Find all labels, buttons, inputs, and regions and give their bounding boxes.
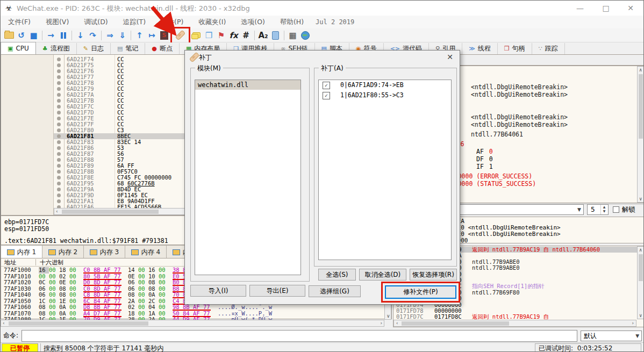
stop-icon[interactable]: ■ <box>27 30 40 41</box>
modules-list[interactable]: wechatwin.dll <box>195 80 301 275</box>
memory-byte[interactable]: 00 <box>159 304 169 311</box>
menu-item-文件[interactable]: 文件(F) <box>1 18 38 27</box>
memory-byte[interactable]: 06 <box>39 292 49 298</box>
breakpoint-dot-icon[interactable] <box>57 164 61 168</box>
breakpoint-dot-icon[interactable] <box>57 123 61 126</box>
stack-vscrollbar[interactable]: ∧∨ <box>637 246 644 319</box>
run-icon[interactable]: → <box>45 30 57 41</box>
dialog-close-button[interactable]: ✕ <box>441 51 459 63</box>
memory-byte[interactable]: 04 <box>148 304 159 311</box>
memory-byte[interactable]: 00 <box>49 279 59 286</box>
menu-item-选项[interactable]: 选项(O) <box>233 18 273 27</box>
flag-value[interactable]: 0 <box>484 148 493 155</box>
function-icon[interactable]: fx <box>227 30 240 41</box>
comment-icon[interactable] <box>190 30 203 41</box>
restore-selected-button[interactable]: 恢复选择项(R) <box>410 269 457 281</box>
stepper-arrows-icon[interactable]: ▲▼ <box>600 205 607 214</box>
deselect-all-button[interactable]: 取消全选(D) <box>359 269 406 281</box>
memory-byte[interactable]: 00 <box>159 292 169 298</box>
hash-icon[interactable]: # <box>240 30 252 41</box>
memory-byte[interactable]: 00 <box>49 304 59 311</box>
breakpoint-dot-icon[interactable] <box>57 117 61 120</box>
memory-byte[interactable]: 00 <box>159 267 169 274</box>
label-icon[interactable]: ❐ <box>203 30 215 41</box>
arg-count-stepper[interactable]: 5 ▲▼ <box>587 204 609 215</box>
memory-row[interactable]: 77AF106008000A00D88BAF7702000400988BAF77… <box>1 304 392 311</box>
memory-byte[interactable]: 00 <box>138 267 148 274</box>
memory-byte[interactable]: 00 <box>69 304 80 311</box>
breakpoint-dot-icon[interactable] <box>57 158 61 162</box>
patch-file-button[interactable]: 修补文件(P) <box>385 285 456 299</box>
breakpoint-dot-icon[interactable] <box>57 63 61 67</box>
memory-byte[interactable]: 14 <box>128 267 138 274</box>
command-input[interactable] <box>22 330 577 342</box>
tab-线程[interactable]: ≫线程 <box>462 43 498 54</box>
patch-list-item[interactable]: ✓0|6A7F1AD9:74->EB <box>319 80 451 90</box>
select-group-button[interactable]: 选择组(G) <box>309 285 361 297</box>
memory-byte[interactable]: 00 <box>138 292 148 298</box>
memory-byte[interactable]: 16 <box>39 267 49 274</box>
registers-vscrollbar[interactable]: ∧∨ <box>637 66 644 203</box>
menu-item-插件[interactable]: 插件(P) <box>153 18 191 27</box>
menu-item-追踪[interactable]: 追踪(T) <box>116 18 153 27</box>
breakpoint-dot-icon[interactable] <box>57 81 61 85</box>
memory-byte[interactable]: 08 <box>39 304 49 311</box>
breakpoint-dot-icon[interactable] <box>57 105 61 109</box>
stack-hscrollbar[interactable]: ‹› <box>393 320 636 327</box>
patch-list-item[interactable]: ✓1|6AD21F80:55->C3 <box>319 90 451 100</box>
bookmark-icon[interactable]: ⚑ <box>215 30 227 41</box>
source-s-badge-icon[interactable]: S <box>158 30 170 41</box>
export-button[interactable]: 导出(E) <box>249 285 305 297</box>
restart-icon[interactable]: ↺ <box>15 30 27 41</box>
memory-byte[interactable]: 08 <box>59 292 69 298</box>
step-out-icon[interactable]: ⇓ <box>116 30 128 41</box>
breakpoint-dot-icon[interactable] <box>57 111 61 114</box>
breakpoint-dot-icon[interactable] <box>57 193 61 197</box>
memory-tab-3[interactable]: 内存 3 <box>84 245 125 259</box>
module-list-item[interactable]: wechatwin.dll <box>195 80 300 90</box>
tab-CPU[interactable]: ▣CPU <box>1 42 36 54</box>
memory-byte[interactable]: 0E <box>59 279 69 286</box>
breakpoint-dot-icon[interactable] <box>57 75 61 79</box>
breakpoint-dot-icon[interactable] <box>57 170 61 174</box>
step-into-icon[interactable]: ↓ <box>74 30 87 41</box>
patch-checkbox[interactable]: ✓ <box>323 82 330 89</box>
memory-tab-2[interactable]: 内存 2 <box>42 245 84 259</box>
breakpoint-dot-icon[interactable] <box>57 128 61 132</box>
open-file-icon[interactable] <box>3 30 15 41</box>
memory-hscrollbar[interactable]: ‹› <box>1 320 384 327</box>
minimize-button[interactable]: — <box>568 1 592 16</box>
memory-byte[interactable]: 08 <box>148 279 159 286</box>
menu-item-视图[interactable]: 视图(V) <box>38 18 76 27</box>
memory-byte[interactable]: 02 <box>128 304 138 311</box>
pause-icon[interactable] <box>57 30 69 41</box>
device-icon[interactable] <box>269 30 282 41</box>
memory-tab-1[interactable]: 内存 1 <box>1 245 42 259</box>
memory-byte[interactable]: 00 <box>159 279 169 286</box>
tab-流程图[interactable]: ♣流程图 <box>36 43 77 54</box>
breakpoint-dot-icon[interactable] <box>57 134 61 138</box>
memory-byte[interactable]: 00 <box>138 279 148 286</box>
memory-byte[interactable]: 08 <box>128 292 138 298</box>
memory-byte[interactable]: 0C <box>39 279 49 286</box>
menu-item-帮助[interactable]: 帮助(H) <box>273 18 311 27</box>
patches-list[interactable]: ✓0|6A7F1AD9:74->EB✓1|6AD21F80:55->C3 <box>318 80 452 260</box>
memory-byte[interactable]: 00 <box>49 267 59 274</box>
breakpoint-dot-icon[interactable] <box>57 69 61 73</box>
run-to-cursor-icon[interactable]: ⇒ <box>104 30 116 41</box>
memory-byte[interactable]: 0A <box>59 304 69 311</box>
breakpoint-dot-icon[interactable] <box>57 199 61 203</box>
import-button[interactable]: 导入(I) <box>190 285 246 297</box>
dialog-title-bar[interactable]: 补丁 ✕ <box>185 51 460 64</box>
breakpoint-dot-icon[interactable] <box>57 146 61 150</box>
tab-断点[interactable]: ●断点 <box>145 43 180 54</box>
breakpoint-dot-icon[interactable] <box>57 176 61 179</box>
breakpoint-dot-icon[interactable] <box>57 58 61 61</box>
memory-byte[interactable]: 0A <box>148 292 159 298</box>
flag-value[interactable]: 0 <box>484 155 493 163</box>
breakpoint-dot-icon[interactable] <box>57 87 61 91</box>
breakpoint-dot-icon[interactable] <box>57 152 61 156</box>
memory-byte[interactable]: 00 <box>69 292 80 298</box>
close-button[interactable]: ✕ <box>619 1 642 16</box>
memory-byte[interactable]: 00 <box>69 267 80 274</box>
